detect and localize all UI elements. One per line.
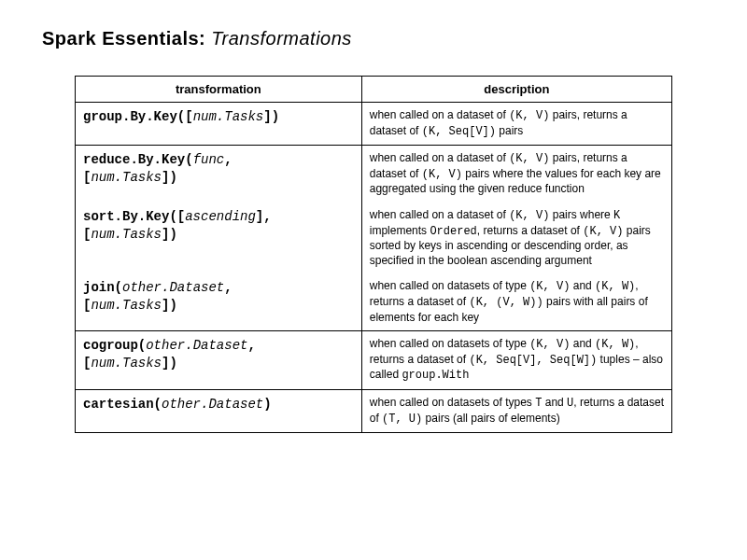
table-row: group.By.Key([num.Tasks]) when called on… <box>76 103 672 146</box>
description-cell: when called on datasets of type (K, V) a… <box>361 331 671 390</box>
transformation-cell: sort.By.Key([ascending], [num.Tasks]) <box>76 203 362 273</box>
transformation-cell: group.By.Key([num.Tasks]) <box>76 103 362 146</box>
table-row: cartesian(other.Dataset) when called on … <box>76 389 672 432</box>
description-cell: when called on a dataset of (K, V) pairs… <box>361 146 671 203</box>
title-bold: Spark Essentials: <box>42 28 211 49</box>
transformation-cell: cogroup(other.Dataset, [num.Tasks]) <box>76 331 362 390</box>
table-row: cogroup(other.Dataset, [num.Tasks]) when… <box>76 331 672 390</box>
header-transformation: transformation <box>76 77 362 103</box>
description-cell: when called on datasets of types T and U… <box>361 389 671 432</box>
transformation-cell: reduce.By.Key(func, [num.Tasks]) <box>76 146 362 203</box>
page-title: Spark Essentials: Transformations <box>42 28 705 49</box>
description-cell: when called on a dataset of (K, V) pairs… <box>361 203 671 273</box>
description-cell: when called on datasets of type (K, V) a… <box>361 273 671 330</box>
title-italic: Transformations <box>211 28 352 49</box>
transformation-cell: cartesian(other.Dataset) <box>76 389 362 432</box>
description-cell: when called on a dataset of (K, V) pairs… <box>361 103 671 146</box>
header-description: description <box>361 77 671 103</box>
transformation-cell: join(other.Dataset, [num.Tasks]) <box>76 273 362 330</box>
table-row: join(other.Dataset, [num.Tasks]) when ca… <box>76 273 672 330</box>
table-header-row: transformation description <box>76 77 672 103</box>
table-row: reduce.By.Key(func, [num.Tasks]) when ca… <box>76 146 672 203</box>
transformations-table: transformation description group.By.Key(… <box>75 76 672 433</box>
table-row: sort.By.Key([ascending], [num.Tasks]) wh… <box>76 203 672 273</box>
